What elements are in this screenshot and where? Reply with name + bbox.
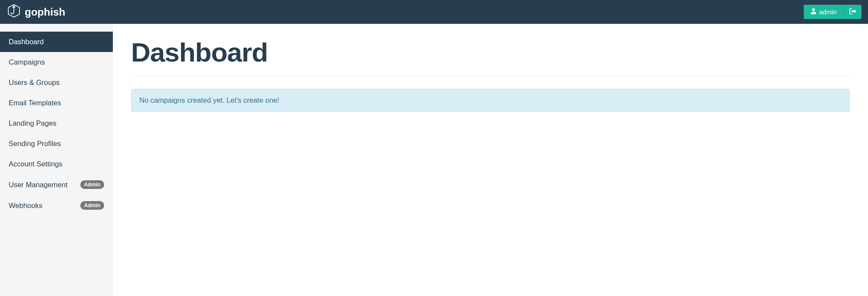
sidebar-item-email-templates[interactable]: Email Templates [0, 93, 113, 113]
sidebar-item-label: Campaigns [9, 58, 45, 66]
divider [131, 75, 850, 76]
admin-badge: Admin [80, 180, 104, 189]
sidebar: Dashboard Campaigns Users & Groups Email… [0, 24, 113, 296]
brand-link[interactable]: gophish [7, 3, 65, 21]
user-name: admin [819, 8, 837, 16]
sidebar-item-label: User Management [9, 181, 68, 189]
logout-icon [849, 8, 856, 16]
sidebar-item-landing-pages[interactable]: Landing Pages [0, 113, 113, 133]
sidebar-item-label: Webhooks [9, 202, 43, 210]
user-menu-button[interactable]: admin [804, 5, 844, 19]
sidebar-item-sending-profiles[interactable]: Sending Profiles [0, 133, 113, 154]
info-message: No campaigns created yet. Let's create o… [139, 96, 279, 104]
main-content: Dashboard No campaigns created yet. Let'… [113, 24, 868, 296]
sidebar-item-label: Account Settings [9, 160, 62, 168]
sidebar-item-dashboard[interactable]: Dashboard [0, 32, 113, 52]
logout-button[interactable] [844, 5, 861, 19]
sidebar-item-label: Sending Profiles [9, 140, 61, 148]
top-navbar: gophish admin [0, 0, 868, 24]
layout: Dashboard Campaigns Users & Groups Email… [0, 24, 868, 296]
info-alert: No campaigns created yet. Let's create o… [131, 89, 850, 112]
sidebar-item-label: Email Templates [9, 99, 61, 107]
sidebar-item-campaigns[interactable]: Campaigns [0, 52, 113, 72]
navbar-right: admin [804, 5, 861, 19]
user-icon [811, 8, 816, 16]
sidebar-item-label: Landing Pages [9, 119, 56, 127]
admin-badge: Admin [80, 201, 104, 210]
sidebar-item-user-management[interactable]: User Management Admin [0, 174, 113, 195]
sidebar-item-label: Users & Groups [9, 78, 59, 87]
sidebar-item-account-settings[interactable]: Account Settings [0, 154, 113, 174]
sidebar-item-label: Dashboard [9, 38, 44, 46]
page-title: Dashboard [131, 37, 850, 68]
sidebar-item-webhooks[interactable]: Webhooks Admin [0, 195, 113, 216]
brand-text: gophish [25, 6, 65, 18]
fishhook-icon [7, 3, 21, 21]
sidebar-item-users-groups[interactable]: Users & Groups [0, 72, 113, 93]
